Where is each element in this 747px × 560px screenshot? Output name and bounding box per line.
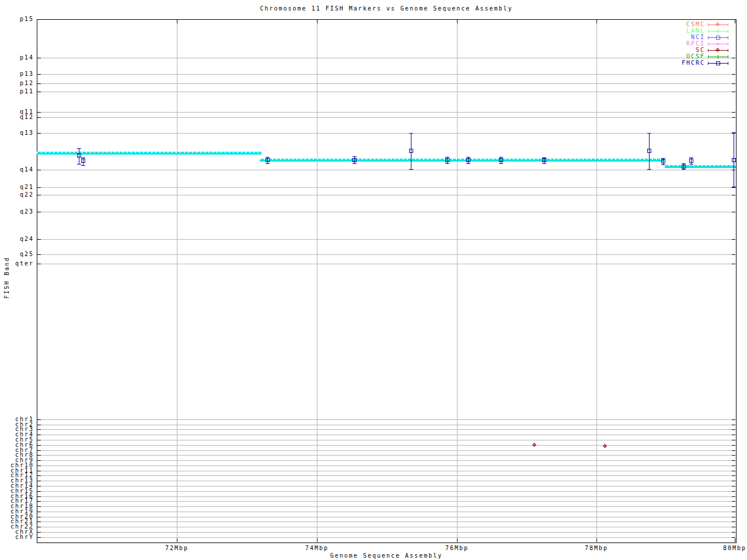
- y-tick-mark: [37, 517, 41, 517]
- fhcrc-error-cap: [466, 163, 470, 164]
- fhcrc-error-cap: [542, 163, 546, 164]
- gridline-horizontal: [37, 429, 735, 430]
- y-tick-mark: [732, 112, 735, 113]
- fhcrc-error-cap: [647, 133, 651, 134]
- band-label: q14: [0, 167, 34, 173]
- y-tick-mark: [37, 496, 41, 497]
- gridline-horizontal: [37, 537, 735, 538]
- fhcrc-error-cap: [266, 163, 270, 164]
- fhcrc-error-cap: [689, 158, 693, 158]
- y-tick-mark: [37, 527, 41, 527]
- y-tick-mark: [37, 491, 41, 492]
- y-tick-mark: [37, 522, 41, 522]
- fhcrc-point-square-marker: [542, 158, 546, 162]
- band-label: p14: [0, 55, 34, 61]
- y-tick-mark: [37, 170, 41, 170]
- y-tick-mark: [732, 486, 735, 487]
- chart-canvas: Chromosome 11 FISH Markers vs Genome Seq…: [0, 0, 747, 560]
- gridline-horizontal: [37, 517, 735, 517]
- band-label: q24: [0, 236, 34, 242]
- fhcrc-error-cap: [445, 157, 449, 158]
- y-tick-mark: [37, 532, 41, 533]
- chart-title: Chromosome 11 FISH Markers vs Genome Seq…: [37, 5, 736, 12]
- x-tick-label: 80Mbp: [711, 545, 747, 551]
- y-tick-mark: [732, 532, 735, 533]
- fhcrc-error-cap: [682, 169, 686, 170]
- y-tick-mark: [37, 58, 41, 58]
- gridline-horizontal: [37, 532, 735, 533]
- sc-point-diamond-dot: [605, 446, 606, 447]
- fhcrc-point-square-marker: [499, 158, 503, 162]
- fhcrc-error-cap: [682, 163, 686, 164]
- y-tick-mark: [732, 496, 735, 497]
- y-tick-mark: [37, 486, 41, 487]
- band-label: q22: [0, 192, 34, 198]
- gridline-horizontal: [37, 450, 735, 451]
- x-tick-mark: [457, 20, 458, 23]
- fhcrc-error-cap: [77, 164, 81, 164]
- y-tick-mark: [37, 429, 41, 430]
- y-tick-mark: [732, 481, 735, 481]
- gridline-horizontal: [37, 481, 735, 481]
- legend-sample-cap: [728, 23, 728, 26]
- legend-sample-cap: [728, 55, 728, 58]
- fhcrc-error-cap: [499, 163, 503, 164]
- y-tick-mark: [732, 537, 735, 538]
- band-label: p12: [0, 80, 34, 86]
- fhcrc-point-square-marker: [689, 159, 693, 163]
- gridline-horizontal: [37, 133, 735, 134]
- gridline-horizontal: [37, 445, 735, 446]
- x-tick-mark: [317, 20, 317, 23]
- fhcrc-point-square-marker: [409, 149, 413, 153]
- x-tick-mark: [177, 538, 177, 542]
- gridline-horizontal: [37, 92, 735, 92]
- fhcrc-point-square-marker: [445, 158, 449, 162]
- legend-sample-cap: [708, 23, 708, 26]
- gridline-horizontal: [37, 455, 735, 456]
- fhcrc-error-cap: [647, 169, 651, 170]
- y-tick-mark: [37, 133, 41, 134]
- y-tick-mark: [732, 254, 735, 255]
- x-tick-label: 72Mbp: [153, 545, 200, 551]
- gridline-horizontal: [37, 74, 735, 75]
- fhcrc-error-cap: [352, 163, 357, 164]
- gridline-horizontal: [37, 435, 735, 435]
- y-tick-mark: [732, 445, 735, 446]
- step-line-segment: [37, 152, 261, 155]
- legend-sample-cap: [728, 30, 728, 33]
- gridline-horizontal: [37, 117, 735, 118]
- y-tick-mark: [37, 445, 41, 446]
- gridline-vertical: [457, 20, 458, 542]
- y-tick-mark: [37, 212, 41, 212]
- gridline-horizontal: [37, 522, 735, 522]
- gridline-horizontal: [37, 112, 735, 113]
- y-tick-mark: [37, 264, 41, 264]
- legend-sample-cap: [708, 62, 708, 65]
- y-tick-mark: [732, 239, 735, 240]
- y-tick-mark: [732, 475, 735, 476]
- legend-label-rpci: RPCI: [641, 40, 705, 47]
- gridline-vertical: [596, 20, 597, 542]
- legend-label-sc: SC: [641, 47, 705, 53]
- y-tick-mark: [732, 187, 735, 188]
- y-tick-mark: [37, 537, 41, 538]
- x-tick-mark: [177, 20, 177, 23]
- gridline-horizontal: [37, 471, 735, 471]
- gridline-vertical: [177, 20, 177, 542]
- fhcrc-error-cap: [445, 163, 449, 164]
- gridline-horizontal: [37, 425, 735, 425]
- y-tick-mark: [37, 19, 41, 20]
- fhcrc-point-square-marker: [266, 158, 270, 162]
- gridline-horizontal: [37, 254, 735, 255]
- y-tick-mark: [37, 117, 41, 118]
- sc-point-diamond-dot: [534, 444, 535, 446]
- x-tick-mark: [457, 538, 458, 542]
- legend-sample-cap: [728, 43, 728, 46]
- y-tick-mark: [37, 506, 41, 507]
- y-tick-mark: [37, 471, 41, 471]
- y-tick-mark: [732, 83, 735, 84]
- legend-sample-cap: [728, 36, 728, 39]
- y-tick-mark: [732, 74, 735, 75]
- fhcrc-point-square-marker: [682, 164, 686, 169]
- fhcrc-error-cap: [81, 158, 85, 158]
